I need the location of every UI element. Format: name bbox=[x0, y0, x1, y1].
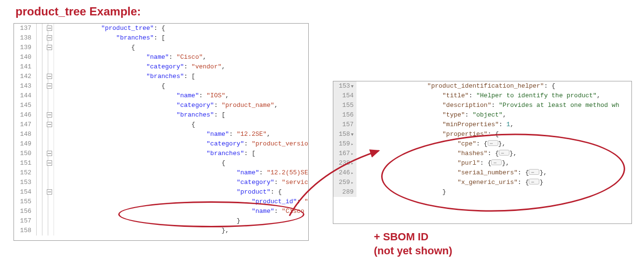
code-token: "name" bbox=[252, 208, 274, 215]
fold-caret-icon[interactable]: ▸ bbox=[351, 161, 354, 166]
code-token: "title" bbox=[442, 92, 469, 99]
code-line: { bbox=[54, 120, 195, 130]
line-number: 153▼ bbox=[333, 81, 356, 92]
code-row: 142 "branches": [ bbox=[14, 72, 308, 81]
code-line: "minProperties": 1, bbox=[365, 120, 514, 130]
line-number: 151 bbox=[14, 158, 34, 168]
fold-toggle-icon[interactable] bbox=[47, 122, 52, 127]
gutter bbox=[34, 72, 54, 81]
gutter bbox=[356, 149, 365, 158]
code-token: "product_id" bbox=[252, 198, 297, 205]
code-token: , bbox=[597, 92, 601, 99]
code-token: : [ bbox=[154, 34, 165, 41]
fold-caret-icon[interactable]: ▼ bbox=[351, 132, 354, 137]
fold-badge-icon[interactable] bbox=[529, 179, 539, 184]
fold-badge-icon[interactable] bbox=[488, 140, 498, 146]
code-line: "x_generic_uris": {} bbox=[365, 178, 543, 187]
code-row: 143 { bbox=[14, 81, 308, 91]
line-number: 138 bbox=[14, 33, 34, 43]
gutter bbox=[356, 101, 365, 110]
caption-line-1: + SBOM ID bbox=[374, 231, 428, 243]
code-token: : bbox=[244, 140, 252, 147]
line-number: 145 bbox=[14, 101, 34, 110]
code-line: "category": "product_version", bbox=[54, 139, 309, 149]
fold-caret-icon[interactable]: ▸ bbox=[351, 142, 354, 147]
code-token: { bbox=[131, 44, 135, 51]
gutter bbox=[34, 149, 54, 158]
line-number: 238▸ bbox=[333, 158, 356, 169]
line-number: 137 bbox=[14, 24, 34, 33]
fold-toggle-icon[interactable] bbox=[47, 112, 52, 118]
code-line: "branches": [ bbox=[54, 149, 255, 158]
fold-badge-icon[interactable] bbox=[491, 159, 502, 165]
code-token: "product" bbox=[236, 188, 270, 196]
code-line: { bbox=[54, 43, 135, 52]
fold-caret-icon[interactable]: ▸ bbox=[351, 181, 354, 185]
code-token: : { bbox=[544, 82, 555, 90]
fold-toggle-icon[interactable] bbox=[47, 35, 52, 40]
gutter bbox=[34, 158, 54, 168]
line-number: 156 bbox=[14, 207, 34, 216]
line-number: 141 bbox=[14, 62, 34, 72]
code-token: "service_pack" bbox=[282, 179, 309, 186]
code-row: 153▼ "product_identification_helper": { bbox=[333, 81, 631, 91]
code-line: "name": "Cisco", bbox=[54, 52, 206, 62]
fold-caret-icon[interactable]: ▸ bbox=[351, 171, 354, 176]
gutter bbox=[34, 62, 54, 72]
code-token: "name" bbox=[206, 131, 229, 138]
fold-caret-icon[interactable]: ▼ bbox=[351, 84, 354, 89]
code-token: "product_name" bbox=[221, 102, 274, 109]
code-row: 144 "name": "IOS", bbox=[14, 91, 308, 101]
code-line: "properties": { bbox=[365, 130, 499, 139]
code-token: "serial_numbers" bbox=[457, 169, 518, 176]
fold-badge-icon[interactable] bbox=[529, 169, 539, 175]
code-row: 158▼ "properties": { bbox=[333, 130, 631, 139]
fold-toggle-icon[interactable] bbox=[47, 45, 52, 50]
code-token: : [ bbox=[184, 73, 195, 80]
right-code-panel: 153▼ "product_identification_helper": {1… bbox=[333, 81, 632, 224]
code-token: }, bbox=[502, 159, 509, 167]
fold-toggle-icon[interactable] bbox=[47, 74, 52, 79]
code-token: "Cisco IOS 12.2SE 12.2(55)SE" bbox=[282, 208, 309, 215]
code-token: : { bbox=[488, 150, 499, 157]
code-token: "name" bbox=[146, 53, 169, 61]
line-number: 155 bbox=[333, 101, 356, 110]
fold-toggle-icon[interactable] bbox=[47, 151, 52, 156]
line-number: 167▸ bbox=[333, 149, 356, 159]
code-line: "name": "Cisco IOS 12.2SE 12.2(55)SE" bbox=[54, 207, 309, 216]
code-row: 145 "category": "product_name", bbox=[14, 101, 308, 110]
code-line: "cpe": {}, bbox=[365, 139, 506, 149]
code-token: : { bbox=[518, 179, 529, 186]
code-row: 259▸ "x_generic_uris": {} bbox=[333, 178, 631, 187]
line-number: 154 bbox=[333, 91, 356, 101]
fold-toggle-icon[interactable] bbox=[47, 26, 52, 31]
fold-toggle-icon[interactable] bbox=[47, 189, 52, 195]
code-line: "name": "12.2(55)SE", bbox=[54, 168, 309, 178]
gutter bbox=[34, 101, 54, 110]
code-token: "description" bbox=[442, 102, 491, 109]
code-token: "name" bbox=[177, 92, 199, 99]
code-line: "branches": [ bbox=[54, 72, 195, 81]
code-line: "hashes": {}, bbox=[365, 149, 517, 158]
code-token: , bbox=[221, 63, 225, 70]
gutter bbox=[356, 168, 365, 178]
line-number: 246▸ bbox=[333, 168, 356, 178]
code-token: }, bbox=[509, 150, 517, 157]
gutter bbox=[356, 178, 365, 187]
code-line: "purl": {}, bbox=[365, 158, 509, 168]
code-token: "branches" bbox=[116, 34, 154, 41]
line-number: 259▸ bbox=[333, 178, 356, 188]
code-token: "category" bbox=[236, 179, 274, 186]
fold-caret-icon[interactable]: ▸ bbox=[351, 152, 354, 157]
fold-toggle-icon[interactable] bbox=[47, 83, 52, 89]
code-token: : bbox=[499, 121, 507, 128]
line-number: 140 bbox=[14, 52, 34, 62]
code-row: 157 "minProperties": 1, bbox=[333, 120, 631, 130]
line-number: 154 bbox=[14, 187, 34, 197]
code-row: 137 "product_tree": { bbox=[14, 24, 308, 33]
line-number: 157 bbox=[14, 216, 34, 226]
gutter bbox=[34, 33, 54, 43]
code-row: 158 }, bbox=[14, 226, 308, 236]
fold-badge-icon[interactable] bbox=[499, 150, 509, 156]
fold-toggle-icon[interactable] bbox=[47, 160, 52, 166]
